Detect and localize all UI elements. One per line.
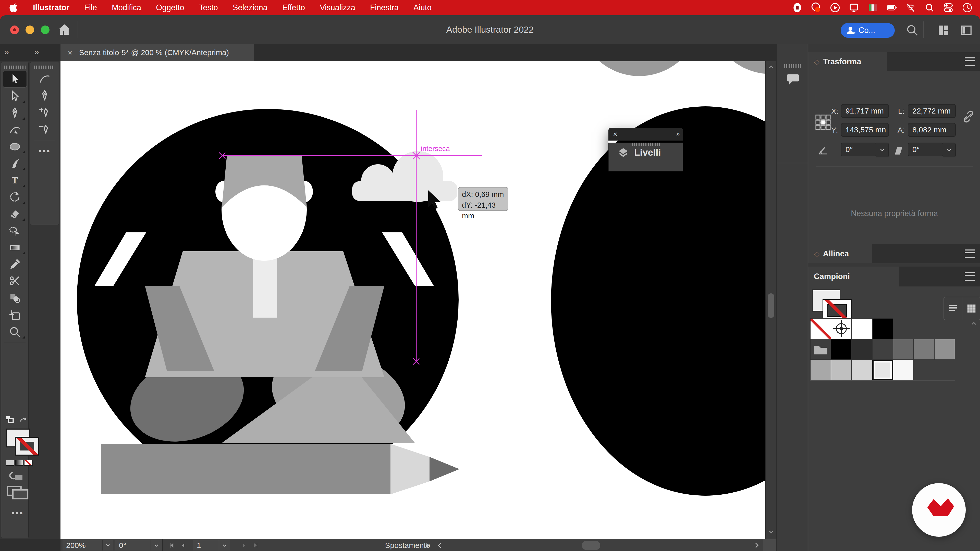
shear-dropdown-icon[interactable] xyxy=(943,143,956,157)
rotation-field[interactable]: 0° xyxy=(115,540,151,551)
menu-item-finestra[interactable]: Finestra xyxy=(363,3,406,12)
record-icon[interactable] xyxy=(792,2,803,13)
hscroll-left-icon[interactable] xyxy=(436,540,444,551)
tab-trasforma[interactable]: ◇ Trasforma xyxy=(808,52,887,71)
l-field[interactable]: 22,772 mm xyxy=(908,104,956,118)
menu-item-illustrator[interactable]: Illustrator xyxy=(25,3,77,12)
swatch-color[interactable] xyxy=(893,360,914,380)
swap-fill-stroke-icon[interactable] xyxy=(18,415,28,424)
rotate-field[interactable]: 0° xyxy=(841,143,877,156)
tool-scissors[interactable] xyxy=(3,273,27,289)
tab-allinea[interactable]: ◇ Allinea xyxy=(808,245,872,263)
display-icon[interactable] xyxy=(848,2,859,13)
swatch-color[interactable] xyxy=(872,339,893,360)
arrange-documents-icon[interactable] xyxy=(937,24,950,37)
swatch-color[interactable] xyxy=(831,339,852,360)
edit-toolbar-ellipsis[interactable]: ••• xyxy=(6,508,29,518)
swatch-registration[interactable] xyxy=(831,318,852,339)
tool-pen[interactable] xyxy=(33,87,56,104)
rotate-dropdown-icon[interactable] xyxy=(876,143,889,157)
draw-mode-icon[interactable] xyxy=(8,470,27,483)
battery-icon[interactable] xyxy=(886,2,897,13)
swatch-group-folder[interactable] xyxy=(810,339,831,360)
horizontal-scroll-thumb[interactable] xyxy=(582,541,600,550)
next-artboard-icon[interactable] xyxy=(240,540,248,551)
livelli-grip[interactable] xyxy=(632,143,660,146)
livelli-floating-panel[interactable]: × » Livelli xyxy=(608,128,683,169)
tab-campioni[interactable]: Campioni xyxy=(808,267,899,286)
x-field[interactable]: 91,717 mm xyxy=(841,104,889,118)
y-field[interactable]: 143,575 mn xyxy=(841,123,889,137)
livelli-close-icon[interactable]: × xyxy=(613,130,617,138)
swatch-color[interactable] xyxy=(872,360,893,380)
gradient-button[interactable] xyxy=(15,460,24,466)
tool-shape-builder[interactable] xyxy=(3,290,27,306)
menu-item-seleziona[interactable]: Seleziona xyxy=(225,3,275,12)
a-field[interactable]: 8,082 mm xyxy=(908,123,956,137)
link-dimensions-icon[interactable] xyxy=(961,110,976,124)
tool-gradient[interactable] xyxy=(3,240,27,256)
vertical-scroll-thumb[interactable] xyxy=(768,293,774,318)
menu-item-effetto[interactable]: Effetto xyxy=(275,3,312,12)
toolbar2-grip[interactable] xyxy=(34,65,56,69)
allinea-menu-icon[interactable] xyxy=(965,249,975,258)
scroll-down-icon[interactable] xyxy=(765,528,777,536)
control-center-icon[interactable] xyxy=(943,2,954,13)
tool-selection[interactable] xyxy=(3,71,27,87)
artboard-number-field[interactable]: 1 xyxy=(193,540,219,551)
document-tab[interactable]: × Senza titolo-5* @ 200 % (CMYK/Anteprim… xyxy=(60,44,254,61)
tool-paintbrush[interactable] xyxy=(3,156,27,171)
menu-item-testo[interactable]: Testo xyxy=(192,3,225,12)
hscroll-right-icon[interactable] xyxy=(753,540,760,551)
tool-curve-line[interactable] xyxy=(33,71,56,87)
clock-icon[interactable] xyxy=(962,2,973,13)
livelli-header[interactable]: × » xyxy=(608,128,683,141)
flag-it-icon[interactable] xyxy=(867,2,878,13)
tool-pen-minus[interactable] xyxy=(33,121,56,138)
wifi-off-icon[interactable] xyxy=(905,2,916,13)
menu-item-file[interactable]: File xyxy=(77,3,104,12)
search-icon[interactable] xyxy=(924,2,935,13)
swatch-color[interactable] xyxy=(914,339,934,360)
rotation-dropdown-icon[interactable] xyxy=(151,540,162,551)
swatch-none[interactable] xyxy=(810,318,831,339)
tool-eraser[interactable] xyxy=(3,206,27,222)
search-icon[interactable] xyxy=(905,24,919,37)
toolbar-grip[interactable] xyxy=(4,65,25,69)
swatch-color[interactable] xyxy=(810,360,831,380)
comment-panel-cell[interactable] xyxy=(777,61,808,163)
swatch-color[interactable] xyxy=(852,339,872,360)
toolbar2-collapse-icon[interactable]: » xyxy=(34,47,39,57)
swatch-color[interactable] xyxy=(831,360,852,380)
workspace-switcher-icon[interactable] xyxy=(959,24,973,37)
stroke-color-swatch[interactable] xyxy=(15,437,39,456)
menu-item-modifica[interactable]: Modifica xyxy=(104,3,148,12)
tool-direct-selection[interactable] xyxy=(3,88,27,104)
swatch-color[interactable] xyxy=(893,339,914,360)
tool-ellipse[interactable] xyxy=(3,138,27,155)
zoom-dropdown-icon[interactable] xyxy=(102,540,113,551)
vertical-scrollbar[interactable] xyxy=(765,61,776,539)
tool-curvature[interactable] xyxy=(3,122,27,138)
reference-point-grid-icon[interactable] xyxy=(815,107,832,137)
shear-field[interactable]: 0° xyxy=(908,143,943,156)
menu-item-visualizza[interactable]: Visualizza xyxy=(312,3,363,12)
close-document-icon[interactable]: × xyxy=(68,48,73,57)
swatch-color[interactable] xyxy=(852,360,872,380)
tool-pen[interactable] xyxy=(3,105,27,121)
color-button[interactable] xyxy=(6,460,14,466)
share-button[interactable]: Co... xyxy=(841,23,895,38)
first-artboard-icon[interactable] xyxy=(168,540,175,551)
play-icon[interactable] xyxy=(829,2,841,13)
tool-rotate[interactable] xyxy=(3,189,27,205)
tool-artboard[interactable] xyxy=(3,307,27,323)
artboard-dropdown-icon[interactable] xyxy=(219,540,230,551)
status-play-icon[interactable] xyxy=(424,540,431,551)
swatch-color[interactable] xyxy=(872,318,893,339)
gauge-icon[interactable] xyxy=(811,2,822,13)
tool-type[interactable]: T xyxy=(3,172,27,189)
livelli-collapse-icon[interactable]: » xyxy=(676,130,679,138)
tool-shape-select[interactable] xyxy=(3,223,27,239)
default-fill-stroke-icon[interactable] xyxy=(5,415,15,424)
toolbar-collapse-icon[interactable]: » xyxy=(4,47,9,57)
